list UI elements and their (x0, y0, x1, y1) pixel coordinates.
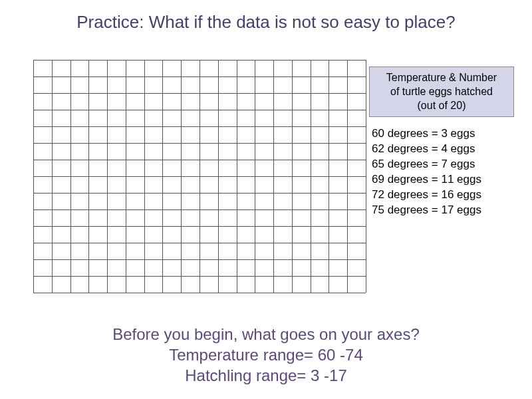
grid-line-horizontal (33, 276, 366, 277)
grid-line-horizontal (33, 60, 366, 61)
heading-line: of turtle eggs hatched (390, 86, 493, 97)
data-row: 69 degrees = 11 eggs (372, 172, 514, 188)
data-row: 62 degrees = 4 eggs (372, 142, 514, 157)
data-row: 65 degrees = 7 eggs (372, 157, 514, 172)
data-list: 60 degrees = 3 eggs 62 degrees = 4 eggs … (369, 126, 514, 218)
grid-line-horizontal (33, 293, 366, 293)
grid-line-horizontal (33, 176, 366, 177)
page-title: Practice: What if the data is not so eas… (33, 12, 499, 33)
grid-line-horizontal (33, 76, 366, 77)
grid-line-horizontal (33, 193, 366, 194)
grid-line-horizontal (33, 259, 366, 260)
blank-grid (33, 60, 366, 293)
bottom-line: Hatchling range= 3 -17 (0, 365, 532, 386)
data-row: 60 degrees = 3 eggs (372, 126, 514, 142)
grid-line-horizontal (33, 143, 366, 144)
heading-line: Temperature & Number (386, 72, 497, 83)
grid-line-horizontal (33, 160, 366, 160)
grid-line-horizontal (33, 126, 366, 127)
grid-line-horizontal (33, 243, 366, 243)
data-row: 75 degrees = 17 eggs (372, 203, 514, 218)
grid-line-horizontal (33, 110, 366, 110)
grid-line-horizontal (33, 93, 366, 94)
bottom-line: Before you begin, what goes on your axes… (0, 324, 532, 344)
data-panel: Temperature & Number of turtle eggs hatc… (369, 66, 514, 218)
grid-line-vertical (366, 60, 366, 293)
bottom-line: Temperature range= 60 -74 (0, 344, 532, 365)
grid-line-horizontal (33, 209, 366, 210)
grid-line-horizontal (33, 226, 366, 227)
bottom-prompt: Before you begin, what goes on your axes… (0, 324, 532, 386)
data-row: 72 degrees = 16 eggs (372, 188, 514, 203)
heading-line: (out of 20) (418, 100, 466, 111)
data-panel-heading: Temperature & Number of turtle eggs hatc… (369, 66, 514, 117)
